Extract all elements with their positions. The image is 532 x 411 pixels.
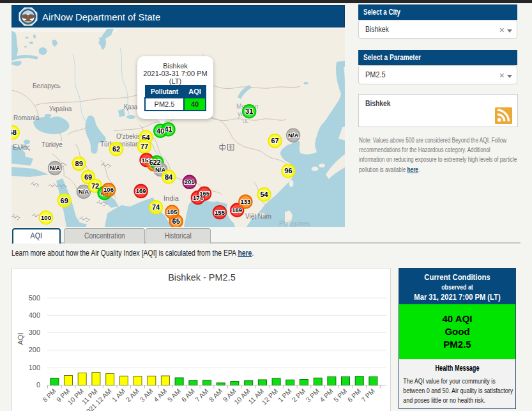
svg-text:2 AM: 2 AM — [125, 387, 141, 403]
svg-text:4 PM: 4 PM — [318, 387, 335, 403]
svg-text:1 PM: 1 PM — [277, 387, 293, 403]
svg-text:72: 72 — [91, 182, 99, 190]
svg-text:41: 41 — [164, 125, 172, 133]
svg-text:Беларусь: Беларусь — [33, 82, 61, 89]
svg-text:India: India — [163, 194, 179, 202]
svg-text:69: 69 — [84, 173, 92, 181]
svg-text:69: 69 — [61, 197, 68, 205]
svg-text:201: 201 — [185, 178, 195, 185]
svg-text:Türkiye: Türkiye — [42, 141, 63, 148]
svg-text:12 PM: 12 PM — [260, 387, 279, 406]
svg-text:174: 174 — [193, 194, 204, 201]
svg-text:62: 62 — [112, 145, 120, 153]
svg-text:169: 169 — [232, 206, 242, 213]
svg-text:6 PM: 6 PM — [346, 387, 362, 403]
svg-text:400: 400 — [29, 311, 40, 319]
svg-text:AQI: AQI — [17, 333, 24, 345]
svg-text:ᴸᴵᴸ: ᴸᴵᴸ — [243, 118, 248, 125]
svg-text:106: 106 — [103, 186, 114, 193]
svg-text:7 PM: 7 PM — [360, 387, 376, 403]
svg-text:22: 22 — [153, 159, 160, 166]
svg-text:Philippines: Philippines — [279, 220, 310, 227]
svg-text:1 AM: 1 AM — [110, 387, 126, 403]
svg-text:Việt Nam: Việt Nam — [245, 213, 271, 220]
svg-text:Romania: Romania — [13, 114, 39, 121]
svg-text:N/A: N/A — [50, 164, 61, 171]
svg-text:58: 58 — [11, 128, 17, 136]
svg-text:6 AM: 6 AM — [179, 387, 195, 403]
svg-text:Bishkek - PM2.5: Bishkek - PM2.5 — [168, 272, 236, 283]
svg-text:3 AM: 3 AM — [138, 387, 154, 403]
svg-text:500: 500 — [29, 294, 40, 302]
svg-text:N/A: N/A — [79, 188, 89, 195]
svg-text:10 AM: 10 AM — [232, 387, 252, 406]
svg-text:N/A: N/A — [288, 132, 299, 139]
svg-text:8 PM: 8 PM — [41, 387, 57, 403]
svg-text:84: 84 — [165, 173, 173, 181]
svg-text:77: 77 — [141, 143, 148, 150]
svg-text:300: 300 — [29, 329, 40, 336]
svg-text:2 PM: 2 PM — [290, 387, 307, 403]
svg-text:155: 155 — [215, 209, 225, 216]
svg-text:Ελλάς: Ελλάς — [13, 144, 30, 151]
svg-text:4 AM: 4 AM — [152, 387, 168, 403]
svg-text:31: 31 — [245, 107, 253, 115]
svg-text:0: 0 — [36, 381, 40, 389]
svg-text:Қаза: Қаза — [124, 104, 138, 111]
svg-text:7 AM: 7 AM — [194, 387, 209, 403]
svg-text:200: 200 — [29, 346, 40, 353]
svg-text:89: 89 — [75, 160, 83, 167]
svg-text:133: 133 — [240, 198, 250, 205]
svg-text:74: 74 — [152, 203, 160, 211]
svg-text:105: 105 — [167, 208, 178, 215]
svg-text:67: 67 — [271, 137, 278, 144]
svg-text:8 AM: 8 AM — [208, 387, 224, 403]
svg-text:Україна: Україна — [49, 105, 72, 112]
svg-text:169: 169 — [136, 187, 146, 194]
svg-text:3 PM: 3 PM — [304, 387, 321, 403]
svg-text:40: 40 — [156, 127, 164, 135]
svg-text:96: 96 — [284, 167, 292, 174]
svg-text:100: 100 — [29, 364, 40, 371]
svg-text:5 PM: 5 PM — [332, 387, 349, 403]
svg-text:5 AM: 5 AM — [166, 387, 182, 403]
svg-text:54: 54 — [260, 190, 268, 198]
svg-text:100: 100 — [41, 214, 51, 221]
